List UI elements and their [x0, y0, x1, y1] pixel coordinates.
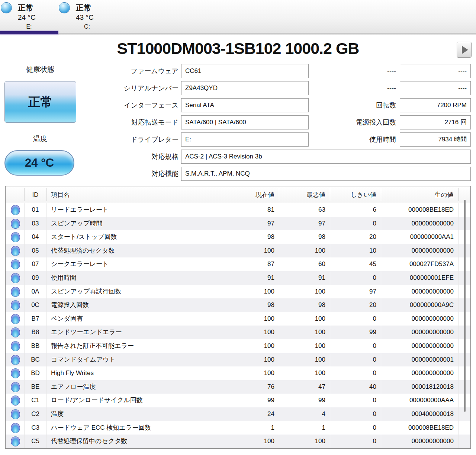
attribute-current-value: 98 — [223, 298, 279, 312]
tab-health-status: 正常 — [76, 3, 91, 13]
header-threshold: しきい値 — [330, 186, 381, 203]
smart-attribute-row[interactable]: 05 代替処理済のセクタ数 100 100 10 000000000000 — [6, 244, 470, 258]
attribute-id: 01 — [24, 203, 46, 217]
attribute-status-orb-icon — [11, 273, 20, 283]
smart-attribute-row[interactable]: C2 温度 24 4 0 000400000018 — [6, 407, 470, 421]
attribute-status-orb-icon — [11, 259, 20, 269]
attribute-worst-value: 100 — [279, 312, 330, 326]
attribute-raw-value: 000000000000 — [381, 366, 458, 380]
drive-tab[interactable]: 正常 43 °C C: — [58, 0, 116, 35]
drive-status-orb-icon — [59, 2, 70, 13]
attribute-threshold: 20 — [330, 298, 381, 312]
info-field-label: 回転数 — [247, 98, 396, 112]
smart-attribute-row[interactable]: B8 エンドツーエンドエラー 100 100 99 000000000000 — [6, 326, 470, 339]
attribute-id: B7 — [24, 312, 46, 326]
info-field-label: 対応機能 — [30, 167, 178, 181]
table-scrollbar[interactable] — [464, 200, 466, 412]
smart-attribute-row[interactable]: 04 スタート/ストップ回数 98 98 20 000000000AA1 — [6, 230, 470, 244]
info-field-label: 使用時間 — [247, 132, 396, 147]
smart-attribute-row[interactable]: B7 ベンダ固有 100 100 0 000000000000 — [6, 312, 470, 326]
attribute-raw-value: 000000000AAA — [381, 394, 458, 407]
tab-temperature: 24 °C — [18, 13, 36, 22]
attribute-worst-value: 97 — [279, 217, 330, 231]
column-separator — [24, 203, 25, 448]
attribute-raw-value: 000000000000 — [381, 285, 458, 299]
smart-attribute-row[interactable]: BC コマンドタイムアウト 100 100 0 000000000001 — [6, 353, 470, 367]
attribute-worst-value: 4 — [279, 407, 330, 421]
attribute-threshold: 97 — [330, 285, 381, 299]
attribute-name: リードエラーレート — [46, 203, 225, 217]
attribute-threshold: 40 — [330, 380, 381, 394]
column-separator — [458, 203, 459, 448]
attribute-current-value: 100 — [223, 366, 279, 380]
header-raw-value: 生の値 — [381, 186, 458, 203]
smart-attribute-row[interactable]: 09 使用時間 91 91 0 000000001EFE — [6, 271, 470, 285]
attribute-threshold: 45 — [330, 257, 381, 271]
attribute-current-value: 100 — [223, 326, 279, 339]
attribute-current-value: 100 — [223, 244, 279, 258]
smart-attribute-row[interactable]: 03 スピンアップ時間 97 97 0 000000000000 — [6, 217, 470, 231]
attribute-worst-value: 100 — [279, 244, 330, 258]
drive-title: ST1000DM003-1SB102 1000.2 GB — [0, 39, 476, 58]
tab-temperature: 43 °C — [76, 13, 94, 22]
smart-attribute-row[interactable]: C5 代替処理保留中のセクタ数 100 100 0 000000000000 — [6, 435, 470, 448]
attribute-name: ハードウェア ECC 検知エラー回数 — [46, 421, 225, 435]
attribute-status-orb-icon — [11, 341, 20, 351]
smart-attribute-row[interactable]: 0A スピンアップ再試行回数 100 100 97 000000000000 — [6, 285, 470, 299]
attribute-current-value: 24 — [223, 407, 279, 421]
header-attribute-name: 項目名 — [46, 186, 195, 203]
attribute-name: 代替処理保留中のセクタ数 — [46, 435, 225, 448]
info-field-value: 7934 時間 — [400, 132, 471, 147]
info-field-label: 対応規格 — [30, 150, 178, 164]
attribute-status-orb-icon — [11, 314, 20, 324]
attribute-name: 報告された訂正不可能エラー — [46, 339, 225, 353]
smart-attribute-row[interactable]: C3 ハードウェア ECC 検知エラー回数 1 1 0 000008BE18ED — [6, 421, 470, 435]
tab-health-status: 正常 — [18, 3, 33, 13]
attribute-threshold: 0 — [330, 312, 381, 326]
info-field-row: 対応機能 S.M.A.R.T., APM, NCQ — [0, 167, 476, 181]
attribute-worst-value: 100 — [279, 366, 330, 380]
attribute-current-value: 87 — [223, 257, 279, 271]
smart-attribute-row[interactable]: 07 シークエラーレート 87 60 45 000027FD537A — [6, 257, 470, 271]
attribute-raw-value: 000000000AA1 — [381, 230, 458, 244]
attribute-id: 03 — [24, 217, 46, 231]
info-field-value: 7200 RPM — [400, 98, 471, 112]
attribute-name: スピンアップ時間 — [46, 217, 225, 231]
attribute-current-value: 91 — [223, 271, 279, 285]
attribute-status-orb-icon — [11, 246, 20, 256]
attribute-status-orb-icon — [11, 300, 20, 310]
attribute-id: 04 — [24, 230, 46, 244]
attribute-status-orb-icon — [11, 355, 20, 365]
attribute-worst-value: 91 — [279, 271, 330, 285]
smart-attribute-row[interactable]: C1 ロード/アンロードサイクル回数 99 99 0 000000000AAA — [6, 394, 470, 407]
drive-status-orb-icon — [1, 2, 12, 13]
smart-attribute-row[interactable]: BE エアフロー温度 76 47 40 000018120018 — [6, 380, 470, 394]
attribute-id: 09 — [24, 271, 46, 285]
next-drive-button[interactable] — [457, 42, 472, 58]
attribute-id: BC — [24, 353, 46, 367]
column-separator — [279, 203, 279, 448]
attribute-id: BD — [24, 366, 46, 380]
tab-drive-letter: E: — [0, 23, 58, 30]
info-field-row: 使用時間 7934 時間 — [0, 132, 476, 147]
header-current-value: 現在値 — [223, 186, 279, 203]
attribute-worst-value: 63 — [279, 203, 330, 217]
smart-attribute-row[interactable]: 0C 電源投入回数 98 98 20 000000000A9C — [6, 298, 470, 312]
attribute-current-value: 81 — [223, 203, 279, 217]
smart-attribute-row[interactable]: BD High Fly Writes 100 100 0 00000000000… — [6, 366, 470, 380]
attribute-status-orb-icon — [11, 395, 20, 406]
attribute-raw-value: 000000000001 — [381, 353, 458, 367]
attribute-status-orb-icon — [11, 436, 20, 446]
attribute-threshold: 0 — [330, 339, 381, 353]
info-field-row: ---- ---- — [0, 64, 476, 78]
drive-tab[interactable]: 正常 24 °C E: — [0, 0, 58, 35]
smart-attribute-row[interactable]: BB 報告された訂正不可能エラー 100 100 0 000000000000 — [6, 339, 470, 353]
info-field-label: ---- — [247, 64, 396, 78]
attribute-id: BE — [24, 380, 46, 394]
info-field-value: S.M.A.R.T., APM, NCQ — [181, 167, 471, 181]
attribute-name: ロード/アンロードサイクル回数 — [46, 394, 225, 407]
header-separator — [381, 188, 381, 201]
drive-tabbar: 正常 24 °C E: 正常 43 °C C: — [0, 0, 476, 35]
smart-attribute-row[interactable]: 01 リードエラーレート 81 63 6 000008BE18ED — [6, 203, 470, 217]
attribute-current-value: 98 — [223, 230, 279, 244]
